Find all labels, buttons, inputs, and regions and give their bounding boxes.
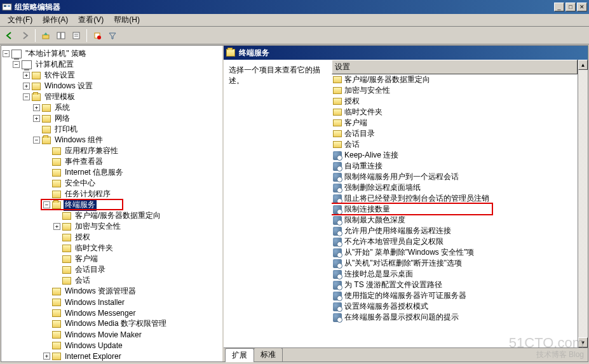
expander-icon[interactable]: + [33,115,40,122]
tree-node-event_viewer[interactable]: 事件查看器 [3,156,221,167]
list-item[interactable]: 客户端/服务器数据重定向 [332,74,578,85]
export-button[interactable] [90,29,104,43]
column-settings[interactable]: 设置 [335,62,574,72]
list-item[interactable]: 为 TS 漫游配置文件设置路径 [332,280,578,290]
tree-node-windows_components[interactable]: −Windows 组件 [3,135,221,145]
list-item[interactable]: 连接时总是显示桌面 [332,269,578,280]
tree-node-windows_media_drm[interactable]: Windows Media 数字权限管理 [3,318,221,329]
list-item[interactable]: 会话 [332,139,578,150]
folder-icon [62,277,71,285]
tree-node-ts_licensing[interactable]: 授权 [3,232,221,243]
tree-node-app_compat[interactable]: 应用程序兼容性 [3,145,221,156]
scroll-down-button[interactable]: ▼ [578,337,588,347]
list-item[interactable]: 使用指定的终端服务器许可证服务器 [332,290,578,301]
list-item[interactable]: 会话目录 [332,128,578,139]
tree-node-terminal_services[interactable]: −终端服务 [3,199,221,210]
menu-help[interactable]: 帮助(H) [109,13,145,27]
list-item[interactable]: 从"关机"对话框删除"断开连接"选项 [332,258,578,269]
tree-node-windows_messenger[interactable]: Windows Messenger [3,307,221,318]
list-item[interactable]: 允许用户使用终端服务远程连接 [332,226,578,236]
list-item[interactable]: 阻止将已经登录到控制台会话的管理员注销 [332,193,578,204]
list-item[interactable]: 客户端 [332,118,578,128]
svg-rect-5 [61,32,65,39]
list-item[interactable]: 授权 [332,96,578,107]
tree-node-windows_movie_maker[interactable]: Windows Movie Maker [3,329,221,340]
list-item[interactable]: 设置终端服务器授权模式 [332,301,578,312]
tree-node-system[interactable]: +系统 [3,102,221,113]
list-item-label: 会话 [344,139,360,150]
menu-action[interactable]: 操作(A) [37,13,73,27]
tree-node-computer_config[interactable]: −计算机配置 [3,59,221,70]
folder-icon [52,147,61,155]
tree-node-ts_sessions[interactable]: 会话 [3,275,221,286]
menu-view[interactable]: 查看(V) [73,13,109,27]
tree-label: Windows Update [64,340,124,351]
tree-node-printers[interactable]: 打印机 [3,124,221,135]
list-header[interactable]: 设置 [332,60,578,74]
menu-file[interactable]: 文件(F) [3,13,37,27]
show-hide-tree-button[interactable] [54,29,68,43]
expander-icon[interactable]: + [43,353,50,360]
up-button[interactable] [39,29,53,43]
expander-icon[interactable]: + [53,223,60,230]
list-item[interactable]: Keep-Alive 连接 [332,150,578,161]
folder-icon [333,130,342,137]
tree-node-windows_update[interactable]: Windows Update [3,340,221,351]
tree-node-windows_explorer[interactable]: Windows 资源管理器 [3,286,221,297]
filter-button[interactable] [105,29,119,43]
forward-button[interactable] [18,29,32,43]
list-item[interactable]: 加密与安全性 [332,85,578,96]
list-item[interactable]: 临时文件夹 [332,107,578,118]
list-item[interactable]: 限制连接数量 [332,204,578,215]
list-item[interactable]: 强制删除远程桌面墙纸 [332,182,578,193]
maximize-button[interactable]: □ [565,3,576,11]
svg-rect-1 [4,5,6,7]
minimize-button[interactable]: _ [554,3,564,11]
scroll-track[interactable] [578,70,588,337]
list-item-label: 限制最大颜色深度 [344,215,405,226]
tree-node-security_center[interactable]: 安全中心 [3,178,221,189]
vertical-scrollbar[interactable]: ▲ ▼ [578,60,588,347]
back-button[interactable] [3,29,17,43]
tree-node-admin_templates[interactable]: −管理模板 [3,91,221,102]
scroll-up-button[interactable]: ▲ [578,60,588,70]
tree-node-ts_client[interactable]: 客户端 [3,253,221,264]
tree-node-ts_client_redirect[interactable]: 客户端/服务器数据重定向 [3,210,221,221]
tree-node-windows_installer[interactable]: Windows Installer [3,297,221,307]
tree-node-internet_explorer[interactable]: +Internet Explorer [3,351,221,361]
tree-node-ts_session_dir[interactable]: 会话目录 [3,264,221,275]
properties-button[interactable] [69,29,83,43]
tree-node-software_settings[interactable]: +软件设置 [3,70,221,81]
list-item[interactable]: 限制最大颜色深度 [332,215,578,226]
tab-extended[interactable]: 扩展 [225,348,254,362]
folder-icon [226,49,235,57]
expander-icon[interactable]: − [33,137,40,144]
expander-icon[interactable]: − [43,201,50,208]
settings-list[interactable]: 设置 客户端/服务器数据重定向加密与安全性授权临时文件夹客户端会话目录会话Kee… [332,60,578,347]
list-item[interactable]: 在终端服务器显示授权问题的提示 [332,312,578,323]
expander-icon[interactable]: + [33,104,40,111]
tree-label: Windows Media 数字权限管理 [64,318,168,330]
svg-point-10 [97,36,101,39]
expander-icon[interactable]: + [23,83,30,90]
expander-icon[interactable]: − [23,93,30,100]
expander-icon[interactable]: − [3,50,10,57]
list-item[interactable]: 不允许本地管理员自定义权限 [332,236,578,247]
folder-icon [333,76,342,83]
tree-node-iis[interactable]: Internet 信息服务 [3,167,221,178]
expander-icon[interactable]: + [23,72,30,79]
expander-icon[interactable]: − [13,61,20,68]
tree-pane[interactable]: −"本地计算机" 策略−计算机配置+软件设置+Windows 设置−管理模板+系… [1,46,224,361]
tree-node-network[interactable]: +网络 [3,113,221,124]
list-item[interactable]: 从"开始" 菜单删除"Windows 安全性"项 [332,247,578,258]
tree-node-root[interactable]: −"本地计算机" 策略 [3,48,221,59]
tab-standard[interactable]: 标准 [254,347,283,361]
close-button[interactable]: ✕ [577,3,587,11]
list-item[interactable]: 自动重连接 [332,161,578,172]
tree-node-ts_encryption[interactable]: +加密与安全性 [3,221,221,232]
tree-node-task_scheduler[interactable]: 任务计划程序 [3,189,221,199]
description-column: 选择一个项目来查看它的描述。 [224,60,332,347]
list-item[interactable]: 限制终端服务用户到一个远程会话 [332,172,578,182]
tree-node-ts_temp[interactable]: 临时文件夹 [3,243,221,253]
tree-node-windows_settings[interactable]: +Windows 设置 [3,81,221,91]
